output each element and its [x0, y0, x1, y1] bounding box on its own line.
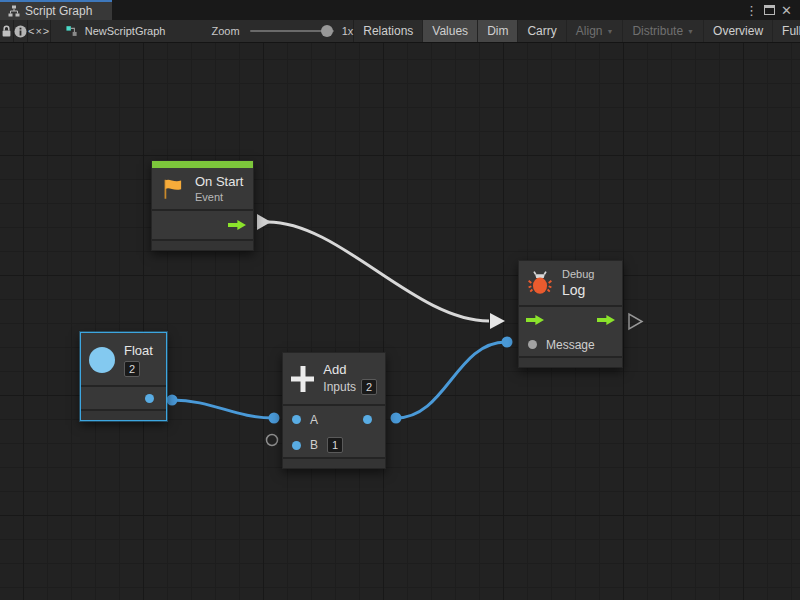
fullscreen-button[interactable]: Full Screen	[773, 20, 800, 42]
lock-icon	[0, 24, 13, 38]
connections-layer	[0, 43, 800, 600]
input-a-port[interactable]	[292, 415, 301, 424]
lock-button[interactable]	[0, 20, 14, 42]
toolbar-buttons: Relations Values Dim Carry Align ▼ Distr…	[354, 20, 800, 42]
control-wire-onstart-to-log[interactable]	[257, 214, 505, 329]
value-wire-add-to-log[interactable]	[391, 337, 513, 424]
graph-canvas[interactable]: On Start Event Debug	[0, 43, 800, 600]
distribute-dropdown[interactable]: Distribute ▼	[623, 20, 704, 42]
inputs-count-field[interactable]: 2	[361, 379, 377, 395]
dim-button[interactable]: Dim	[478, 20, 518, 42]
info-icon	[14, 25, 27, 38]
port-label: Message	[546, 338, 595, 352]
tab-title: Script Graph	[25, 4, 92, 18]
node-header: Add Inputs 2	[283, 353, 385, 404]
inputs-label: Inputs	[323, 380, 356, 394]
chevron-down-icon: ▼	[687, 28, 694, 35]
node-footer	[283, 459, 385, 468]
node-category: Debug	[562, 268, 594, 280]
node-footer	[152, 241, 253, 250]
port-label: A	[310, 413, 318, 427]
carry-button[interactable]: Carry	[518, 20, 566, 42]
tab-bar: Script Graph ⋮ ✕	[0, 0, 800, 20]
inspect-button[interactable]	[14, 20, 28, 42]
overview-button[interactable]: Overview	[704, 20, 773, 42]
control-input-port[interactable]	[526, 314, 544, 326]
port-label: B	[310, 438, 318, 452]
flag-icon	[160, 176, 186, 202]
node-header: On Start Event	[152, 168, 253, 209]
zoom-slider[interactable]	[250, 30, 334, 32]
node-on-start[interactable]: On Start Event	[151, 160, 254, 251]
add-icon	[291, 366, 314, 392]
event-accent-bar	[152, 161, 253, 168]
message-input-port[interactable]	[528, 340, 537, 349]
code-preview-button[interactable]: <×>	[28, 20, 51, 42]
window-close-icon[interactable]: ✕	[781, 4, 792, 17]
zoom-value: 1x	[342, 25, 354, 37]
value-wire-float-to-add[interactable]	[167, 395, 280, 424]
graph-toolbar: <×> NewScriptGraph Zoom 1x Relations Val…	[0, 20, 800, 43]
float-type-icon	[89, 347, 115, 373]
node-add[interactable]: Add Inputs 2 A B 1	[282, 352, 386, 469]
hierarchy-icon	[8, 5, 20, 17]
chevron-down-icon: ▼	[606, 28, 613, 35]
tab-script-graph[interactable]: Script Graph	[0, 0, 112, 20]
zoom-slider-knob[interactable]	[321, 25, 333, 37]
node-header: Float 2	[81, 333, 166, 385]
relations-button[interactable]: Relations	[354, 20, 423, 42]
node-title: Float	[124, 343, 153, 358]
window-menu-icon[interactable]: ⋮	[745, 4, 758, 17]
input-b-value-field[interactable]: 1	[327, 437, 343, 453]
value-output-port[interactable]	[363, 415, 372, 424]
control-output-port[interactable]	[597, 314, 615, 326]
window-controls: ⋮ ✕	[745, 0, 800, 20]
node-title: Add	[323, 362, 377, 377]
node-debug-log[interactable]: Debug Log Message	[518, 260, 623, 368]
unconnected-port-circle[interactable]	[267, 435, 278, 446]
node-title: Log	[562, 282, 594, 298]
node-title: On Start	[195, 174, 243, 189]
value-output-port[interactable]	[145, 394, 154, 403]
node-subtitle: Event	[195, 191, 243, 203]
window-maximize-icon[interactable]	[764, 5, 775, 15]
float-value-field[interactable]: 2	[124, 361, 140, 377]
input-b-port[interactable]	[292, 441, 301, 450]
control-output-port[interactable]	[228, 219, 246, 231]
align-dropdown[interactable]: Align ▼	[567, 20, 624, 42]
code-preview-icon: <×>	[28, 25, 50, 37]
node-footer	[81, 411, 166, 420]
node-float[interactable]: Float 2	[80, 332, 167, 421]
graph-name[interactable]: NewScriptGraph	[85, 25, 166, 37]
node-header: Debug Log	[519, 261, 622, 305]
node-footer	[519, 358, 622, 367]
unconnected-flow-triangle[interactable]	[629, 314, 642, 329]
graph-asset-icon[interactable]	[66, 25, 78, 38]
zoom-label: Zoom	[211, 25, 239, 37]
values-button[interactable]: Values	[423, 20, 478, 42]
bug-icon	[527, 270, 553, 296]
graph-breadcrumb: NewScriptGraph Zoom 1x	[51, 20, 354, 42]
script-graph-window: Script Graph ⋮ ✕ <×>	[0, 0, 800, 600]
